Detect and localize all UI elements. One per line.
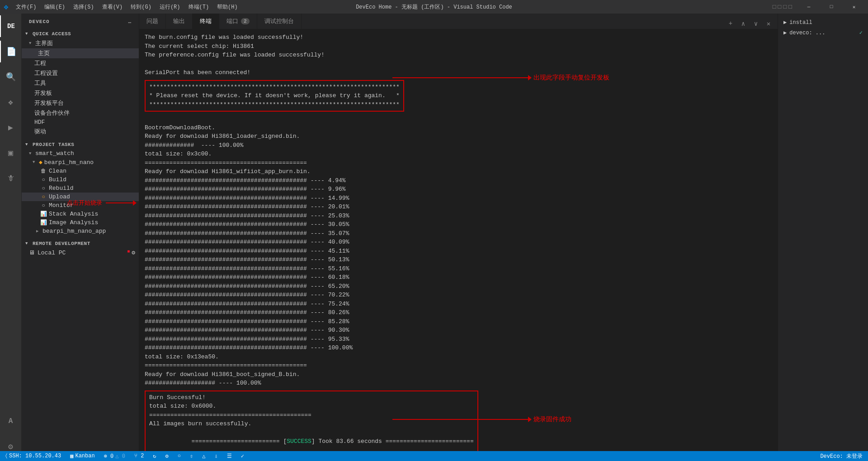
sidebar-item-devboard[interactable]: 开发板 — [22, 88, 139, 98]
status-download[interactable]: ⇩ — [213, 451, 220, 461]
sidebar-task-build[interactable]: ○ Build — [22, 175, 139, 184]
bearpi-icon: ◆ — [39, 159, 42, 166]
status-check[interactable]: ✓ — [239, 451, 246, 461]
term-line-38: #################### ---- 100.00% — [145, 379, 772, 388]
terminal-icon-right: ▶ — [783, 19, 787, 26]
sidebar-item-smart-watch[interactable]: ▼ smart_watch — [22, 149, 139, 158]
quick-access-header[interactable]: ▼ QUICK ACCESS — [22, 29, 139, 38]
activity-search[interactable]: 🔍 — [0, 66, 22, 88]
sidebar-item-tools[interactable]: 工具 — [22, 78, 139, 88]
stack-analysis-label: Stack Analysis — [49, 211, 98, 217]
git-label: ⑂ 2 — [134, 453, 144, 459]
status-upload[interactable]: ⇧ — [188, 451, 195, 461]
layout-icon2[interactable]: □ — [778, 4, 782, 10]
status-git[interactable]: ⑂ 2 — [132, 451, 146, 461]
activity-git[interactable]: ❖ — [0, 91, 22, 113]
menu-terminal[interactable]: 终端(T) — [185, 2, 213, 12]
activity-extensions[interactable]: ▣ — [0, 142, 22, 164]
sidebar-task-upload[interactable]: ○ Upload — [22, 193, 139, 201]
menu-run[interactable]: 运行(R) — [156, 2, 184, 12]
tab-chevron-down[interactable]: ∨ — [750, 18, 761, 29]
project-tasks-header[interactable]: ▼ PROJECT TASKS — [22, 140, 139, 149]
status-sync[interactable]: ↻ — [151, 451, 158, 461]
status-kanban[interactable]: ▦ Kanban — [68, 451, 96, 461]
status-deveco[interactable]: DevEco: 未登录 — [818, 451, 864, 461]
burn-success-box: Burn Successful! total size: 0x6000. ===… — [145, 390, 478, 459]
sidebar-task-stack-analysis[interactable]: 📊 Stack Analysis — [22, 210, 139, 218]
sidebar-item-local-pc[interactable]: 🖥 Local PC ■ ⚙ — [22, 248, 139, 257]
menu-select[interactable]: 选择(S) — [70, 2, 98, 12]
status-ssh[interactable]: 〈 SSH: 10.55.20.43 — [4, 451, 63, 461]
tab-port[interactable]: 端口 2 — [219, 14, 257, 29]
term-line-23: ########################################… — [145, 247, 772, 256]
tab-add-button[interactable]: + — [725, 18, 736, 29]
activity-deveco[interactable]: DE — [0, 15, 22, 37]
close-button[interactable]: ✕ — [844, 0, 864, 14]
status-list[interactable]: ☰ — [225, 451, 234, 461]
tab-chevron-up[interactable]: ∧ — [738, 18, 749, 29]
tab-port-badge: 2 — [241, 18, 250, 24]
build-icon: ○ — [40, 177, 47, 183]
sidebar-task-monitor[interactable]: ○ Monitor — [22, 201, 139, 210]
status-errors[interactable]: ⊗ 0 △ 0 — [102, 451, 127, 461]
minimize-button[interactable]: — — [798, 0, 819, 14]
sidebar-item-partner[interactable]: 设备合作伙伴 — [22, 108, 139, 118]
status-circle[interactable]: ○ — [176, 451, 183, 461]
tools-label: 工具 — [34, 79, 46, 87]
sidebar-item-hdf[interactable]: HDF — [22, 118, 139, 127]
sidebar-item-mainui[interactable]: ▼ 主界面 — [22, 38, 139, 48]
sidebar-item-bearpi-app[interactable]: ▶ bearpi_hm_nano_app — [22, 227, 139, 235]
activity-deveco-bottom[interactable]: A — [0, 410, 22, 432]
menu-file[interactable]: 文件(F) — [12, 2, 40, 12]
sidebar-item-devboard-platform[interactable]: 开发板平台 — [22, 98, 139, 108]
right-panel-deveco[interactable]: ▶ deveco: ... ✓ — [778, 28, 868, 38]
status-warning[interactable]: △ — [200, 451, 207, 461]
sidebar-item-project[interactable]: 工程 — [22, 58, 139, 68]
activity-explorer[interactable]: 📄 — [0, 41, 22, 62]
term-line-16: ########################################… — [145, 185, 772, 194]
sidebar-task-rebuild[interactable]: ○ Rebuild — [22, 184, 139, 193]
menu-edit[interactable]: 编辑(E) — [41, 2, 69, 12]
restore-button[interactable]: □ — [821, 0, 842, 14]
status-bar: 〈 SSH: 10.55.20.43 ▦ Kanban ⊗ 0 △ 0 ⑂ 2 … — [0, 451, 868, 461]
mainui-label: 主界面 — [35, 39, 53, 47]
right-panel-install[interactable]: ▶ install — [778, 17, 868, 28]
monitor-icon: ○ — [40, 202, 47, 209]
sidebar-more[interactable]: … — [128, 19, 132, 24]
term-line-27: ########################################… — [145, 282, 772, 291]
menu-help[interactable]: 帮助(H) — [213, 2, 241, 12]
sidebar-item-project-settings[interactable]: 工程设置 — [22, 68, 139, 78]
menu-goto[interactable]: 转到(G) — [127, 2, 155, 12]
sidebar-item-home[interactable]: 主页 — [22, 48, 139, 58]
terminal-content[interactable]: The burn.config file was loaded successf… — [139, 29, 778, 461]
activity-remote[interactable]: 🗡 — [0, 167, 22, 189]
annotation-reset-line — [392, 77, 528, 78]
sidebar-item-driver[interactable]: 驱动 — [22, 127, 139, 136]
local-pc-stop-icon[interactable]: ■ — [127, 249, 130, 256]
sidebar-task-clean[interactable]: 🗑 Clean — [22, 167, 139, 175]
sidebar-task-image-analysis[interactable]: 📊 Image Analysis — [22, 218, 139, 227]
term-line-25: ########################################… — [145, 264, 772, 273]
status-trash[interactable]: ⚙ — [164, 451, 170, 461]
quick-access-label: QUICK ACCESS — [33, 31, 71, 37]
mainui-arrow: ▼ — [29, 41, 34, 46]
remote-dev-header[interactable]: ▼ REMOTE DEVELOPMENT — [22, 239, 139, 248]
sidebar-item-bearpi[interactable]: ▼ ◆ bearpi_hm_nano — [22, 158, 139, 167]
tab-close-button[interactable]: ✕ — [763, 18, 774, 29]
tab-output[interactable]: 输出 — [166, 14, 193, 29]
menu-view[interactable]: 查看(V) — [99, 2, 127, 12]
local-pc-settings-icon[interactable]: ⚙ — [132, 249, 135, 256]
deveco-check-icon: ✓ — [859, 29, 863, 36]
layout-icon1[interactable]: □ — [773, 4, 776, 10]
layout-icon4[interactable]: □ — [788, 4, 792, 10]
smart-watch-label: smart_watch — [35, 150, 74, 157]
activity-run[interactable]: ▶ — [0, 117, 22, 138]
tab-terminal[interactable]: 终端 — [193, 14, 219, 29]
tab-problems-label: 问题 — [146, 17, 158, 25]
term-burn-success: Burn Successful! — [149, 393, 474, 402]
project-tasks-arrow: ▼ — [25, 142, 31, 147]
tab-problems[interactable]: 问题 — [139, 14, 166, 29]
tab-debug[interactable]: 调试控制台 — [257, 14, 302, 29]
layout-icon3[interactable]: □ — [783, 4, 787, 10]
remote-dev-label: REMOTE DEVELOPMENT — [33, 241, 90, 246]
